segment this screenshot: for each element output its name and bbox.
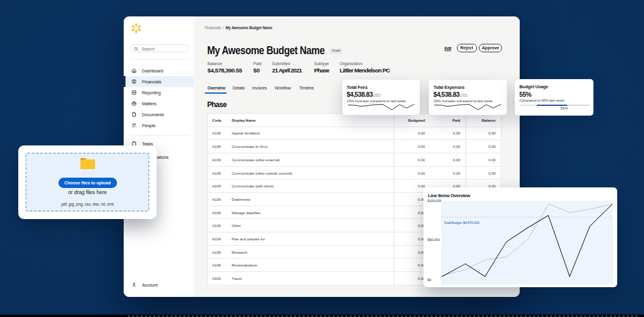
svg-text:$: $ <box>133 80 135 83</box>
